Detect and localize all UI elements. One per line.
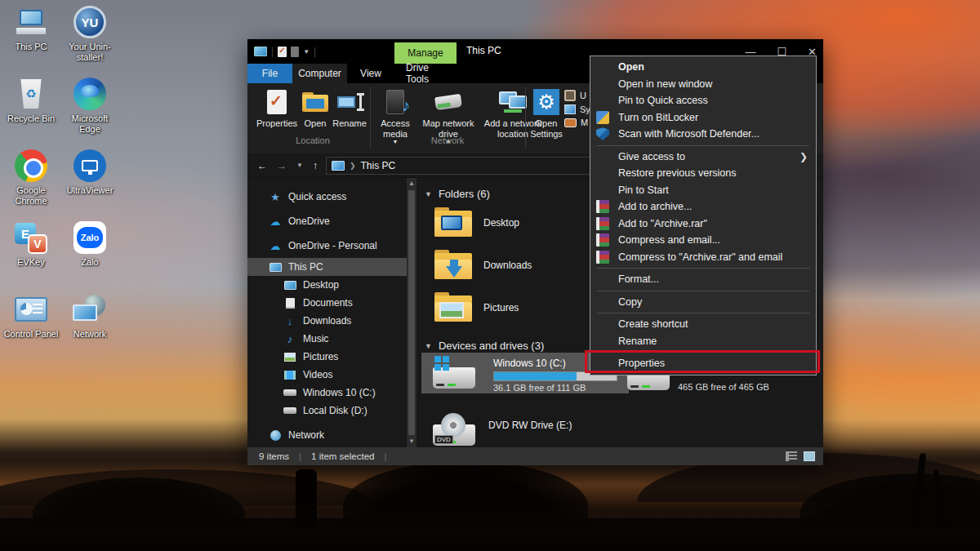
- system-group-buttons: U Sy M: [564, 90, 590, 127]
- rename-button[interactable]: Rename: [331, 88, 368, 129]
- manage-button[interactable]: M: [564, 118, 590, 127]
- folder-icon: [434, 207, 472, 238]
- desktop-icon-network[interactable]: Network: [60, 292, 119, 364]
- folder-item-desktop[interactable]: Desktop: [434, 207, 519, 238]
- windows-logo-icon: [434, 356, 449, 371]
- sidebar-scrollbar[interactable]: ▲ ▼: [407, 178, 416, 447]
- drive-icon: [283, 387, 296, 398]
- rename-icon: [336, 88, 363, 116]
- desktop-icon-evkey[interactable]: EV EVKey: [2, 220, 60, 292]
- sidebar-item-videos[interactable]: Videos: [247, 366, 407, 384]
- open-settings-button[interactable]: ⚙ Open Settings: [528, 88, 564, 139]
- menu-item-copy[interactable]: Copy: [590, 294, 816, 311]
- devices-section-header[interactable]: ▼ Devices and drives (3): [425, 340, 544, 352]
- desktop-icon-recycle-bin[interactable]: ♻ Recycle Bin: [2, 77, 60, 149]
- sidebar-item-local-disk-d[interactable]: Local Disk (D:): [247, 402, 407, 420]
- winrar-icon: [596, 200, 609, 213]
- desktop-icon-google-chrome[interactable]: Google Chrome: [2, 149, 60, 220]
- desktop-icon-zalo[interactable]: Zalo Zalo: [60, 220, 119, 292]
- menu-item-compress-email[interactable]: Compress and email...: [590, 232, 816, 249]
- sidebar-item-this-pc[interactable]: This PC: [247, 258, 407, 276]
- manage-contextual-tab[interactable]: Manage: [394, 42, 457, 64]
- defender-shield-icon: [596, 127, 609, 140]
- scrollbar-thumb[interactable]: [408, 190, 415, 435]
- desktop-icon-label: EVKey: [17, 257, 45, 268]
- properties-button[interactable]: Properties: [256, 88, 298, 129]
- menu-item-create-shortcut[interactable]: Create shortcut: [590, 316, 816, 333]
- sidebar-item-windows-c[interactable]: Windows 10 (C:): [247, 384, 407, 402]
- desktop-icon-microsoft-edge[interactable]: Microsoft Edge: [60, 77, 119, 149]
- desktop-icon-your-uninstaller[interactable]: YU Your Unin-staller!: [60, 5, 119, 77]
- collapse-chevron-icon[interactable]: ▼: [425, 190, 432, 198]
- qat-properties-icon[interactable]: [278, 47, 287, 57]
- group-label-location: Location: [264, 136, 362, 145]
- sidebar-item-onedrive-personal[interactable]: ☁OneDrive - Personal: [247, 233, 407, 258]
- tab-view[interactable]: View: [347, 64, 394, 83]
- quick-access-toolbar: | ▼ |: [247, 46, 316, 57]
- sidebar-item-network[interactable]: Network: [247, 423, 407, 447]
- desktop-icon-control-panel[interactable]: Control Panel: [2, 292, 60, 364]
- forward-button[interactable]: →: [277, 160, 287, 171]
- uninstall-program-button[interactable]: U: [564, 90, 590, 101]
- qat-customize-caret-icon[interactable]: ▼: [303, 48, 310, 56]
- sidebar-item-pictures[interactable]: Pictures: [247, 348, 407, 366]
- drive-usage-fill: [494, 372, 577, 380]
- desktop-icon-this-pc[interactable]: This PC: [2, 5, 60, 77]
- sidebar-item-onedrive[interactable]: ☁OneDrive: [247, 209, 407, 233]
- menu-item-restore-versions[interactable]: Restore previous versions: [590, 165, 816, 182]
- menu-item-pin-to-start[interactable]: Pin to Start: [590, 182, 816, 199]
- folder-item-pictures[interactable]: Pictures: [434, 292, 519, 323]
- edge-icon: [74, 78, 106, 110]
- menu-item-compress-rar-email[interactable]: Compress to "Archive.rar" and email: [590, 249, 816, 266]
- cloud-icon: ☁: [269, 240, 282, 251]
- folders-section-header[interactable]: ▼ Folders (6): [425, 188, 490, 200]
- menu-item-open-new-window[interactable]: Open in new window: [590, 76, 816, 93]
- ground-silhouette: [0, 528, 980, 551]
- menu-item-give-access[interactable]: Give access to❯: [590, 149, 816, 166]
- qat-new-folder-icon[interactable]: [291, 47, 299, 57]
- sidebar-item-music[interactable]: ♪Music: [247, 330, 407, 348]
- up-button[interactable]: ↑: [313, 160, 318, 171]
- drive-item-dvd[interactable]: DVD DVD RW Drive (E:): [433, 411, 572, 446]
- tab-computer[interactable]: Computer: [292, 64, 347, 83]
- scroll-down-icon[interactable]: ▼: [408, 436, 415, 447]
- drive-name: DVD RW Drive (E:): [488, 420, 572, 431]
- tab-file[interactable]: File: [247, 64, 292, 83]
- menu-item-open[interactable]: Open: [590, 59, 816, 76]
- sidebar-item-documents[interactable]: Documents: [247, 294, 407, 312]
- sidebar-item-desktop[interactable]: Desktop: [247, 276, 407, 294]
- menu-separator: [597, 291, 809, 291]
- window-title: This PC: [466, 45, 501, 56]
- ribbon-separator: [525, 87, 526, 149]
- details-view-icon[interactable]: [786, 451, 797, 461]
- sidebar-item-quick-access[interactable]: ★Quick access: [247, 184, 407, 209]
- uninstall-icon: [564, 90, 576, 101]
- menu-item-add-to-archive-rar[interactable]: Add to "Archive.rar": [590, 216, 816, 233]
- ribbon-separator: [370, 87, 371, 149]
- large-icons-view-icon[interactable]: [804, 451, 815, 461]
- your-uninstaller-icon: YU: [74, 6, 106, 38]
- menu-item-scan-defender[interactable]: Scan with Microsoft Defender...: [590, 126, 816, 143]
- scroll-up-icon[interactable]: ▲: [408, 178, 415, 189]
- monitor-icon: [269, 261, 282, 273]
- menu-item-pin-quick-access[interactable]: Pin to Quick access: [590, 92, 816, 109]
- collapse-chevron-icon[interactable]: ▼: [425, 342, 432, 350]
- back-button[interactable]: ←: [257, 160, 267, 171]
- folder-item-downloads[interactable]: Downloads: [434, 250, 532, 281]
- menu-item-format[interactable]: Format...: [590, 271, 816, 288]
- menu-separator: [597, 145, 809, 146]
- breadcrumb[interactable]: This PC: [360, 160, 395, 171]
- history-dropdown-icon[interactable]: ▼: [296, 162, 303, 169]
- desktop-icon-ultraviewer[interactable]: UltraViewer: [60, 149, 119, 220]
- picture-icon: [283, 351, 296, 362]
- menu-item-add-to-archive[interactable]: Add to archive...: [590, 198, 816, 216]
- desktop-icon-label: Zalo: [81, 257, 98, 268]
- tab-drive-tools[interactable]: Drive Tools: [394, 64, 457, 83]
- open-button[interactable]: Open: [300, 88, 331, 129]
- menu-item-turn-on-bitlocker[interactable]: Turn on BitLocker: [590, 109, 816, 127]
- sidebar-item-downloads[interactable]: ↓Downloads: [247, 312, 407, 330]
- system-properties-button[interactable]: Sy: [564, 104, 590, 114]
- menu-item-rename[interactable]: Rename: [590, 333, 816, 350]
- open-folder-icon: [301, 88, 329, 116]
- bitlocker-icon: [596, 111, 609, 124]
